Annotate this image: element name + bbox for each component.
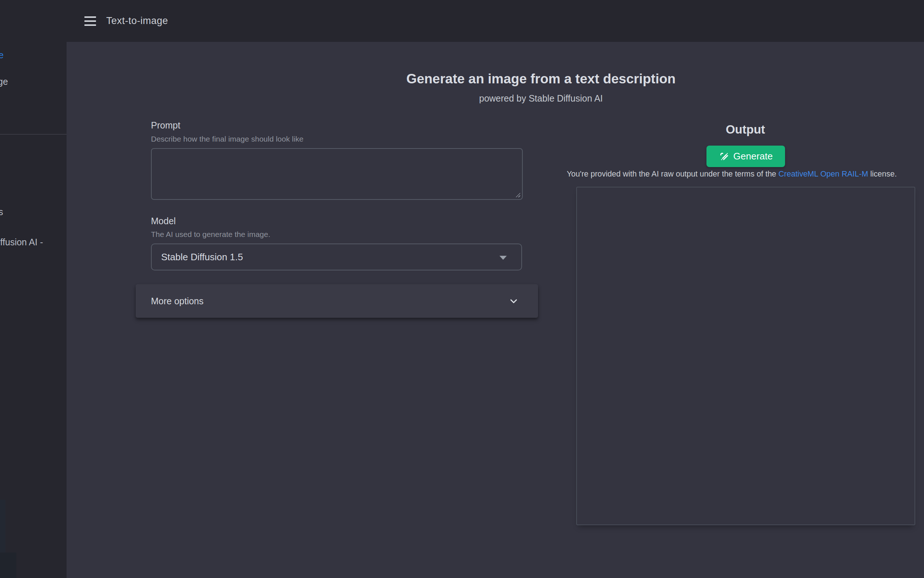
dropdown-caret-icon — [500, 256, 507, 260]
prompt-input[interactable] — [151, 148, 523, 200]
sidebar-item-fragment[interactable]: s — [0, 207, 3, 217]
model-selected-value: Stable Diffusion 1.5 — [161, 252, 243, 263]
sidebar-divider — [0, 134, 66, 135]
page-subtitle: powered by Stable Diffusion AI — [479, 93, 603, 104]
sidebar-bottom-corner — [0, 552, 16, 578]
license-suffix: license. — [868, 170, 897, 179]
sidebar-footer-fragment: iffusion AI - — [0, 237, 43, 247]
model-dropdown[interactable]: Stable Diffusion 1.5 — [151, 244, 522, 270]
more-options-expander[interactable]: More options — [136, 284, 538, 318]
top-app-bar: Text-to-image — [0, 0, 924, 42]
magic-pen-icon — [719, 151, 730, 162]
license-text: You're provided with the AI raw output u… — [567, 170, 924, 179]
license-prefix: You're provided with the AI raw output u… — [567, 170, 778, 179]
model-label: Model — [151, 216, 176, 226]
generate-button[interactable]: Generate — [706, 146, 785, 167]
more-options-label: More options — [151, 296, 204, 307]
generate-button-label: Generate — [733, 151, 773, 162]
license-link[interactable]: CreativeML Open RAIL-M — [778, 170, 868, 179]
sidebar-item-fragment[interactable]: ge — [0, 76, 8, 87]
model-description: The AI used to generate the image. — [151, 230, 270, 239]
prompt-label: Prompt — [151, 120, 180, 131]
sidebar-item-active-fragment[interactable]: e — [0, 50, 4, 60]
output-image-placeholder — [576, 187, 915, 525]
chevron-down-icon — [508, 295, 519, 307]
page-title: Generate an image from a text descriptio… — [406, 71, 676, 87]
prompt-description: Describe how the final image should look… — [151, 135, 303, 143]
hamburger-menu-icon[interactable] — [84, 16, 96, 26]
output-title: Output — [726, 123, 765, 136]
app-title: Text-to-image — [106, 15, 168, 27]
sidebar-nav: e ge s iffusion AI - — [0, 42, 66, 578]
